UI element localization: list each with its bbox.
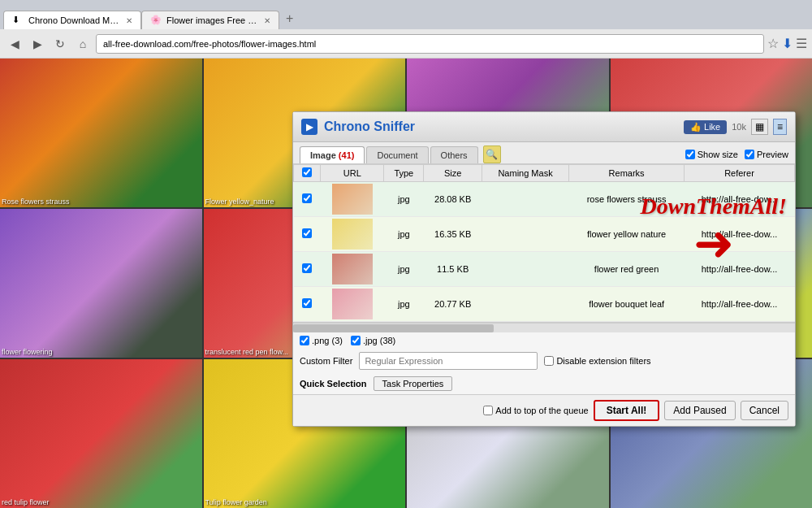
new-tab-button[interactable]: + bbox=[279, 8, 300, 29]
toolbar-right: ☆ ⬇ ☰ bbox=[767, 36, 807, 51]
row-url-cell bbox=[321, 287, 384, 322]
reload-button[interactable]: ↻ bbox=[50, 34, 70, 54]
preview-check-label: Preview bbox=[745, 150, 788, 159]
png-label: .png (3) bbox=[312, 336, 343, 345]
flower-cell-5: flower flowering bbox=[0, 209, 202, 358]
row-type-cell: jpg bbox=[384, 287, 424, 322]
col-remarks: Remarks bbox=[569, 165, 685, 182]
tab-document[interactable]: Document bbox=[366, 146, 428, 163]
address-bar[interactable] bbox=[96, 34, 764, 54]
row-check-cell[interactable] bbox=[294, 182, 321, 217]
row-referer-cell: http://all-free-dow... bbox=[684, 287, 794, 322]
row-size-cell: 11.5 KB bbox=[424, 252, 482, 287]
h-scrollbar-thumb[interactable] bbox=[293, 324, 494, 332]
row-check-cell[interactable] bbox=[294, 287, 321, 322]
tab-close-2[interactable]: ✕ bbox=[264, 16, 270, 25]
show-size-check-label: Show size bbox=[685, 150, 738, 159]
filter-icon[interactable]: 🔍 bbox=[483, 145, 501, 163]
row-check-cell[interactable] bbox=[294, 217, 321, 252]
tab-others[interactable]: Others bbox=[430, 146, 478, 163]
row-type-cell: jpg bbox=[384, 182, 424, 217]
tab-close-1[interactable]: ✕ bbox=[126, 16, 132, 25]
row-naming-mask-cell bbox=[482, 252, 568, 287]
row-size-cell: 16.35 KB bbox=[424, 217, 482, 252]
col-type: Type bbox=[384, 165, 424, 182]
list-view-button[interactable]: ≡ bbox=[773, 119, 787, 135]
col-check bbox=[294, 165, 321, 182]
star-button[interactable]: ☆ bbox=[767, 36, 779, 51]
flower-cell-1: Rose flowers strauss bbox=[0, 59, 202, 207]
table-row[interactable]: jpg 20.77 KB flower bouquet leaf http://… bbox=[294, 287, 795, 322]
h-scrollbar[interactable] bbox=[293, 323, 795, 332]
page-content: Rose flowers strauss Flower yellow_natur… bbox=[0, 59, 812, 508]
forward-button[interactable]: ▶ bbox=[28, 34, 47, 54]
disable-ext-filters-checkbox[interactable] bbox=[544, 356, 554, 366]
tab-favicon-1: ⬇ bbox=[12, 15, 24, 26]
action-row: Add to top of the queue Start All! Add P… bbox=[293, 394, 795, 426]
custom-filter-input[interactable] bbox=[359, 352, 538, 370]
task-properties-button[interactable]: Task Properties bbox=[374, 376, 453, 391]
row-url-cell bbox=[321, 252, 384, 287]
cancel-button[interactable]: Cancel bbox=[741, 401, 788, 420]
row-remarks-cell: flower bouquet leaf bbox=[569, 287, 685, 322]
add-to-top-checkbox[interactable] bbox=[483, 406, 493, 415]
tab-title-2: Flower images Free Photo... bbox=[166, 15, 259, 25]
flower-label-5: flower flowering bbox=[2, 348, 53, 356]
jpg-checkbox[interactable] bbox=[351, 336, 361, 345]
add-to-top-label: Add to top of the queue bbox=[483, 406, 588, 415]
row-check-cell[interactable] bbox=[294, 252, 321, 287]
show-size-checkbox[interactable] bbox=[685, 150, 695, 159]
add-paused-button[interactable]: Add Paused bbox=[664, 401, 735, 420]
menu-button[interactable]: ☰ bbox=[796, 36, 807, 51]
row-size-cell: 28.08 KB bbox=[424, 182, 482, 217]
browser-frame: ⬇ Chrono Download Mana... ✕ 🌸 Flower ima… bbox=[0, 0, 812, 508]
flower-label-9: red tulip flower bbox=[2, 498, 50, 506]
flower-label-10: Tulip flower garden bbox=[205, 498, 267, 506]
row-naming-mask-cell bbox=[482, 217, 568, 252]
row-checkbox[interactable] bbox=[302, 228, 312, 238]
file-types: .png (3) .jpg (38) bbox=[300, 336, 788, 345]
start-all-button[interactable]: Start All! bbox=[594, 400, 660, 421]
jpg-check-label: .jpg (38) bbox=[351, 336, 395, 345]
tab-favicon-2: 🌸 bbox=[150, 15, 162, 26]
png-check-label: .png (3) bbox=[300, 336, 343, 345]
like-button[interactable]: 👍 Like bbox=[684, 120, 727, 134]
jpg-label: .jpg (38) bbox=[363, 336, 395, 345]
quick-selection-label: Quick Selection bbox=[300, 379, 367, 389]
row-type-cell: jpg bbox=[384, 252, 424, 287]
home-button[interactable]: ⌂ bbox=[73, 34, 93, 54]
select-all-checkbox[interactable] bbox=[302, 167, 312, 177]
like-count: 10k bbox=[732, 122, 746, 132]
browser-tab-1[interactable]: ⬇ Chrono Download Mana... ✕ bbox=[3, 11, 141, 29]
preview-checkbox[interactable] bbox=[745, 150, 754, 159]
browser-tab-2[interactable]: 🌸 Flower images Free Photo... ✕ bbox=[141, 11, 279, 29]
col-size: Size bbox=[424, 165, 482, 182]
row-naming-mask-cell bbox=[482, 287, 568, 322]
col-naming-mask: Naming Mask bbox=[482, 165, 568, 182]
png-checkbox[interactable] bbox=[300, 336, 309, 345]
col-url: URL bbox=[321, 165, 384, 182]
tab-image[interactable]: Image (41) bbox=[300, 146, 365, 163]
sniffer-logo: ▶ bbox=[301, 119, 317, 135]
sniffer-footer: .png (3) .jpg (38) bbox=[293, 332, 795, 349]
flower-cell-9: red tulip flower bbox=[0, 359, 202, 508]
back-button[interactable]: ◀ bbox=[5, 34, 24, 54]
download-button[interactable]: ⬇ bbox=[782, 36, 793, 51]
disable-ext-filters-label: Disable extension filters bbox=[544, 356, 650, 366]
row-url-cell bbox=[321, 182, 384, 217]
browser-toolbar: ◀ ▶ ↻ ⌂ ☆ ⬇ ☰ bbox=[0, 29, 812, 59]
flower-label-6: translucent red pen flow... bbox=[205, 348, 289, 356]
sniffer-tabs: Image (41) Document Others 🔍 Show size bbox=[293, 142, 795, 164]
dta-arrow: ➜ bbox=[641, 219, 787, 268]
quick-selection-row: Quick Selection Task Properties bbox=[293, 373, 795, 394]
sniffer-title: Chrono Sniffer bbox=[324, 119, 415, 134]
row-checkbox[interactable] bbox=[302, 193, 312, 203]
grid-view-button[interactable]: ▦ bbox=[751, 119, 768, 135]
custom-filter-row: Custom Filter Disable extension filters bbox=[293, 349, 795, 373]
browser-tabs: ⬇ Chrono Download Mana... ✕ 🌸 Flower ima… bbox=[0, 0, 812, 29]
row-checkbox[interactable] bbox=[302, 298, 312, 308]
row-type-cell: jpg bbox=[384, 217, 424, 252]
row-url-cell bbox=[321, 217, 384, 252]
sniffer-header-right: 👍 Like 10k ▦ ≡ bbox=[684, 119, 787, 135]
row-checkbox[interactable] bbox=[302, 263, 312, 273]
